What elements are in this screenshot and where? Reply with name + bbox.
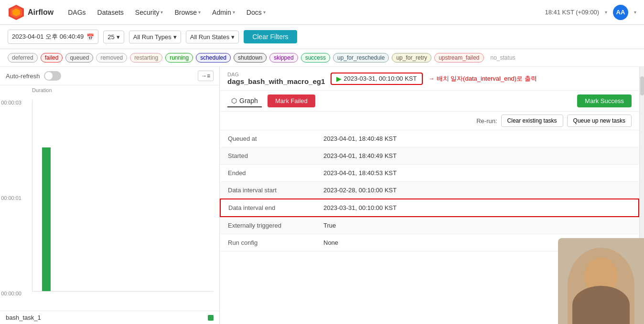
status-badge-scheduled[interactable]: scheduled — [196, 53, 231, 63]
count-chevron: ▾ — [117, 33, 120, 41]
chart-bar-1 — [42, 147, 51, 291]
nav-dags[interactable]: DAGs — [63, 6, 90, 19]
status-badge-running[interactable]: running — [165, 53, 193, 63]
status-badge-upstream-failed[interactable]: upstream_failed — [434, 53, 483, 63]
detail-label: Run config — [220, 234, 316, 251]
run-badge[interactable]: ▶ 2023-03-31, 00:10:00 KST — [331, 73, 422, 85]
nav-security[interactable]: Security ▾ — [130, 6, 168, 19]
graph-tab[interactable]: ⬡ Graph — [227, 95, 262, 107]
status-badge-failed[interactable]: failed — [41, 53, 63, 63]
run-id: 2023-03-31, 00:10:00 KST — [343, 75, 417, 82]
detail-row-4: Data interval end 2023-03-31, 00:10:00 K… — [220, 199, 639, 217]
task-name: bash_task_1 — [6, 314, 204, 321]
detail-value: True — [316, 217, 639, 234]
dag-label: DAG — [227, 72, 325, 77]
filter-bar: 2023-04-01 오후 06:40:49 📅 25 ▾ All Run Ty… — [0, 25, 644, 49]
run-state-chevron: ▾ — [231, 33, 235, 41]
status-badge-no-status[interactable]: no_status — [487, 53, 519, 62]
browse-chevron: ▾ — [198, 10, 201, 15]
date-value: 2023-04-01 오후 06:40:49 — [12, 32, 84, 41]
person-overlay — [558, 238, 644, 324]
rerun-label: Re-run: — [476, 117, 497, 125]
airflow-logo — [8, 4, 25, 21]
dag-info: DAG dags_bash_with_macro_eg1 — [227, 72, 325, 85]
navbar: Airflow DAGs Datasets Security ▾ Browse … — [0, 0, 644, 25]
task-status-indicator — [208, 315, 214, 321]
detail-row-2: Ended 2023-04-01, 18:40:53 KST — [220, 165, 639, 182]
time-chevron: ▾ — [605, 10, 607, 15]
duration-header-row: Duration — [0, 85, 219, 95]
current-time: 18:41 KST (+09:00) — [545, 9, 599, 16]
detail-label: Data interval start — [220, 182, 316, 199]
dag-name: dags_bash_with_macro_eg1 — [227, 77, 325, 85]
mark-failed-button[interactable]: Mark Failed — [268, 94, 315, 107]
brand-logo-area[interactable]: Airflow — [8, 4, 54, 21]
y-axis-labels: 00:00:03 00:00:01 00:00:00 — [0, 100, 24, 296]
right-panel-header: DAG dags_bash_with_macro_eg1 ▶ 2023-03-3… — [220, 67, 639, 91]
task-row[interactable]: bash_task_1 — [0, 311, 219, 324]
date-filter[interactable]: 2023-04-01 오후 06:40:49 📅 — [8, 30, 98, 44]
person-image — [558, 238, 644, 324]
detail-value: 2023-04-01, 18:40:53 KST — [316, 165, 639, 182]
count-filter[interactable]: 25 ▾ — [103, 31, 124, 43]
run-type-filter[interactable]: All Run Types ▾ — [129, 31, 181, 43]
status-badge-deferred[interactable]: deferred — [8, 53, 38, 63]
nav-docs[interactable]: Docs ▾ — [242, 6, 270, 19]
annotation-text: → 배치 일자(data_interval_end)로 출력 — [429, 74, 537, 83]
detail-value: 2023-04-01, 18:40:49 KST — [316, 147, 639, 165]
auto-refresh-toggle[interactable] — [44, 71, 61, 81]
toggle-knob — [45, 72, 53, 80]
chart-container — [32, 100, 214, 292]
detail-row-3: Data interval start 2023-02-28, 00:10:00… — [220, 182, 639, 199]
clear-existing-button[interactable]: Clear existing tasks — [501, 115, 563, 127]
nav-datasets[interactable]: Datasets — [93, 6, 129, 19]
chart-area: 00:00:03 00:00:01 00:00:00 — [0, 95, 219, 311]
auto-refresh-row: Auto-refresh — [6, 71, 61, 81]
detail-label: Data interval end — [220, 199, 316, 217]
detail-value: 2023-04-01, 18:40:48 KST — [316, 130, 639, 147]
admin-chevron: ▾ — [233, 10, 235, 15]
action-bar: ⬡ Graph Mark Failed Mark Success — [220, 91, 639, 112]
avatar-chevron: ▾ — [634, 10, 636, 15]
status-badge-success[interactable]: success — [301, 53, 330, 63]
mark-success-button[interactable]: Mark Success — [577, 94, 632, 107]
status-badge-up-for-retry[interactable]: up_for_retry — [392, 53, 431, 63]
nav-admin[interactable]: Admin ▾ — [207, 6, 240, 19]
security-chevron: ▾ — [161, 10, 163, 15]
detail-value: 2023-03-31, 00:10:00 KST — [316, 199, 639, 217]
graph-icon: ⬡ — [231, 97, 237, 105]
run-type-value: All Run Types — [133, 33, 172, 41]
queue-new-button[interactable]: Queue up new tasks — [567, 115, 632, 127]
play-icon: ▶ — [336, 75, 342, 83]
details-table-inner: Queued at 2023-04-01, 18:40:48 KST Start… — [220, 130, 639, 251]
status-badge-restarting[interactable]: restarting — [130, 53, 162, 63]
scroll-thumb[interactable] — [640, 76, 644, 95]
left-panel-top: Auto-refresh →≡ — [0, 67, 219, 85]
status-bar: deferred failed queued removed restartin… — [0, 49, 644, 67]
detail-label: Queued at — [220, 130, 316, 147]
duration-label: Duration — [32, 87, 52, 93]
status-badge-skipped[interactable]: skipped — [269, 53, 298, 63]
nav-browse[interactable]: Browse ▾ — [170, 6, 205, 19]
run-type-chevron: ▾ — [173, 33, 177, 41]
user-avatar[interactable]: AA — [613, 5, 628, 20]
detail-row-1: Started 2023-04-01, 18:40:49 KST — [220, 147, 639, 165]
graph-tab-label: Graph — [239, 97, 258, 105]
status-badge-shutdown[interactable]: shutdown — [234, 53, 267, 63]
brand-name: Airflow — [28, 8, 54, 17]
run-state-filter[interactable]: All Run States ▾ — [186, 31, 239, 43]
annotation-arrow: → — [429, 75, 435, 82]
status-badge-queued[interactable]: queued — [65, 53, 93, 63]
status-badge-removed[interactable]: removed — [96, 53, 127, 63]
detail-row-0: Queued at 2023-04-01, 18:40:48 KST — [220, 130, 639, 147]
expand-button[interactable]: →≡ — [198, 71, 214, 81]
docs-chevron: ▾ — [263, 10, 266, 15]
main-area: Auto-refresh →≡ Duration 00:00:03 00:00:… — [0, 67, 644, 324]
navbar-right: 18:41 KST (+09:00) ▾ AA ▾ — [545, 5, 636, 20]
run-state-value: All Run States — [190, 33, 229, 41]
detail-label: Externally triggered — [220, 217, 316, 234]
clear-filters-button[interactable]: Clear Filters — [244, 30, 297, 43]
status-badge-up-for-reschedule[interactable]: up_for_reschedule — [333, 53, 389, 63]
y-label-mid: 00:00:01 — [0, 195, 21, 201]
auto-refresh-label: Auto-refresh — [6, 73, 40, 80]
